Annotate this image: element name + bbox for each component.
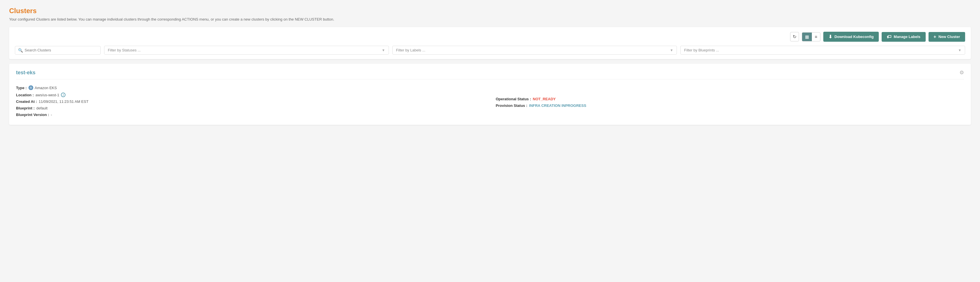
refresh-icon: ↻	[793, 34, 796, 40]
toolbar-card: ↻ ▦ ≡ ⬇ Download Kubeconfig 🏷 Manage Lab…	[9, 27, 971, 59]
new-cluster-label: New Cluster	[939, 35, 960, 39]
eks-icon	[28, 85, 33, 90]
chevron-down-icon: ▼	[382, 48, 385, 52]
manage-labels-button[interactable]: 🏷 Manage Labels	[881, 32, 925, 42]
page-description: Your configured Clusters are listed belo…	[9, 17, 971, 21]
operational-status-label: Operational Status :	[496, 97, 531, 101]
blueprint-version-label: Blueprint Version :	[16, 112, 49, 117]
view-toggle: ▦ ≡	[802, 32, 821, 41]
operational-status-row: Operational Status : NOT_READY	[496, 97, 556, 101]
provision-status-value: INFRA CREATION INPROGRESS	[529, 103, 586, 108]
filter-statuses-dropdown[interactable]: Filter by Statuses ... ▼	[104, 46, 389, 55]
download-icon: ⬇	[829, 34, 832, 40]
cluster-left-details: Type : Amazon EKS Location : aws/us-west…	[16, 85, 484, 119]
blueprint-value: default	[36, 106, 48, 110]
location-info-icon[interactable]	[61, 93, 65, 97]
location-row: Location : aws/us-west-1	[16, 93, 484, 97]
provision-status-label: Provision Status :	[496, 103, 528, 108]
download-kubeconfig-label: Download Kubeconfig	[834, 35, 873, 39]
toolbar-top: ↻ ▦ ≡ ⬇ Download Kubeconfig 🏷 Manage Lab…	[15, 32, 965, 42]
filter-blueprints-label: Filter by Blueprints ...	[684, 48, 719, 52]
page-title: Clusters	[9, 7, 971, 15]
type-row: Type : Amazon EKS	[16, 85, 484, 90]
filter-statuses-label: Filter by Statuses ...	[108, 48, 141, 52]
chevron-down-icon: ▼	[670, 48, 673, 52]
gear-icon[interactable]: ⚙	[959, 70, 964, 76]
list-icon: ≡	[815, 34, 817, 39]
blueprint-label: Blueprint :	[16, 106, 35, 110]
grid-view-button[interactable]: ▦	[802, 33, 812, 41]
created-value: 11/09/2021, 11:23:51 AM EST	[38, 100, 88, 104]
plus-icon: +	[934, 34, 936, 40]
filter-labels-dropdown[interactable]: Filter by Labels ... ▼	[392, 46, 677, 55]
operational-status-value: NOT_READY	[533, 97, 556, 101]
cluster-details: Type : Amazon EKS Location : aws/us-west…	[16, 85, 964, 119]
provision-status-row: Provision Status : INFRA CREATION INPROG…	[496, 103, 587, 108]
download-kubeconfig-button[interactable]: ⬇ Download Kubeconfig	[823, 32, 879, 42]
toolbar-filters: 🔍 Filter by Statuses ... ▼ Filter by Lab…	[15, 46, 965, 55]
list-view-button[interactable]: ≡	[812, 33, 820, 41]
location-label: Location :	[16, 93, 34, 97]
type-label: Type :	[16, 86, 27, 90]
label-icon: 🏷	[887, 34, 891, 40]
location-value: aws/us-west-1	[35, 93, 59, 97]
refresh-button[interactable]: ↻	[790, 32, 799, 41]
search-icon: 🔍	[18, 48, 23, 52]
new-cluster-button[interactable]: + New Cluster	[929, 32, 965, 42]
manage-labels-label: Manage Labels	[894, 35, 920, 39]
chevron-down-icon: ▼	[958, 48, 961, 52]
cluster-card: test-eks ⚙ Type : Amazon EKS	[9, 64, 971, 125]
search-input[interactable]	[25, 48, 97, 52]
cluster-header: test-eks ⚙	[16, 70, 964, 79]
filter-labels-label: Filter by Labels ...	[396, 48, 425, 52]
created-row: Created At : 11/09/2021, 11:23:51 AM EST	[16, 100, 484, 104]
cluster-name: test-eks	[16, 70, 35, 76]
blueprint-row: Blueprint : default	[16, 106, 484, 110]
blueprint-version-value: -	[51, 112, 52, 117]
created-label: Created At :	[16, 100, 37, 104]
filter-blueprints-dropdown[interactable]: Filter by Blueprints ... ▼	[680, 46, 965, 55]
cluster-right-details: Operational Status : NOT_READY Provision…	[496, 85, 964, 119]
blueprint-version-row: Blueprint Version : -	[16, 112, 484, 117]
grid-icon: ▦	[805, 34, 809, 39]
search-box[interactable]: 🔍	[15, 46, 101, 55]
type-value: Amazon EKS	[35, 86, 57, 90]
